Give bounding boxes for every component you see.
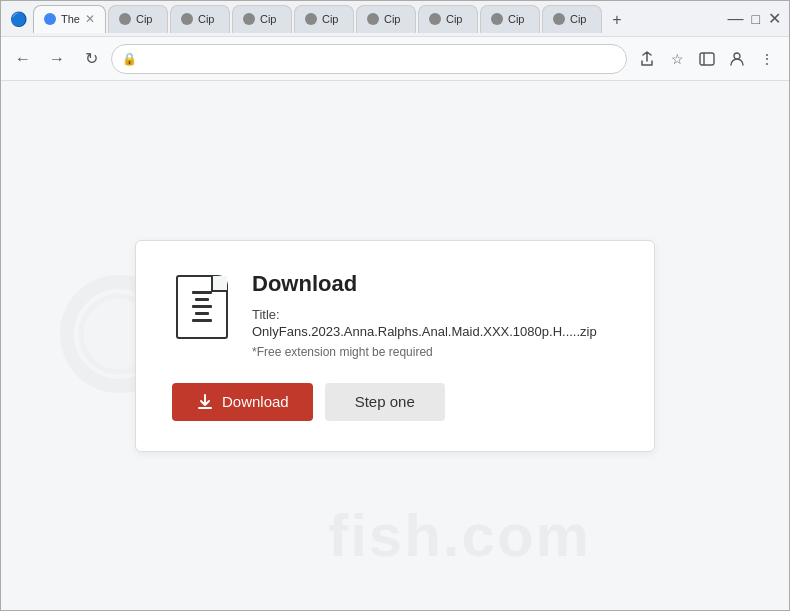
- sidebar-toggle-button[interactable]: [693, 45, 721, 73]
- tab-5[interactable]: Cip: [356, 5, 416, 33]
- minimize-button[interactable]: —: [728, 10, 744, 28]
- close-button[interactable]: ✕: [768, 9, 781, 28]
- page-content: fish.com Download: [1, 81, 789, 610]
- title-bar: 🔵 The ✕ Cip Cip Cip: [1, 1, 789, 37]
- nav-actions: ☆ ⋮: [633, 45, 781, 73]
- tab-6[interactable]: Cip: [418, 5, 478, 33]
- refresh-button[interactable]: ↻: [77, 45, 105, 73]
- zip-line-1: [192, 291, 212, 294]
- card-top: Download Title: OnlyFans.2023.Anna.Ralph…: [172, 271, 618, 359]
- tab-favicon-8: [553, 13, 565, 25]
- zip-line-4: [195, 312, 209, 315]
- title-bar-left: 🔵 The ✕ Cip Cip Cip: [9, 5, 728, 33]
- tab-2[interactable]: Cip: [170, 5, 230, 33]
- forward-button[interactable]: →: [43, 45, 71, 73]
- address-bar[interactable]: 🔒: [111, 44, 627, 74]
- svg-point-2: [734, 53, 740, 59]
- zip-lines: [192, 291, 212, 322]
- profile-button[interactable]: [723, 45, 751, 73]
- card-info: Download Title: OnlyFans.2023.Anna.Ralph…: [252, 271, 618, 359]
- tab-label-active: The: [61, 13, 80, 25]
- tab-label-7: Cip: [508, 13, 525, 25]
- window-controls: — □ ✕: [728, 9, 781, 28]
- card-note: *Free extension might be required: [252, 345, 618, 359]
- tab-favicon-5: [367, 13, 379, 25]
- share-button[interactable]: [633, 45, 661, 73]
- tab-label-5: Cip: [384, 13, 401, 25]
- bookmark-button[interactable]: ☆: [663, 45, 691, 73]
- step-button-label: Step one: [355, 393, 415, 410]
- browser-favicon: 🔵: [9, 10, 27, 28]
- zip-icon-wrap: [172, 271, 232, 343]
- navigation-bar: ← → ↻ 🔒 ☆: [1, 37, 789, 81]
- new-tab-button[interactable]: +: [604, 7, 630, 33]
- step-one-button[interactable]: Step one: [325, 383, 445, 421]
- tab-favicon-7: [491, 13, 503, 25]
- card-title-label: Title:: [252, 307, 618, 322]
- tab-label-2: Cip: [198, 13, 215, 25]
- download-card: Download Title: OnlyFans.2023.Anna.Ralph…: [135, 240, 655, 452]
- tab-label-3: Cip: [260, 13, 277, 25]
- tab-label-1: Cip: [136, 13, 153, 25]
- tab-4[interactable]: Cip: [294, 5, 354, 33]
- maximize-button[interactable]: □: [752, 11, 760, 27]
- zip-line-3: [192, 305, 212, 308]
- zip-line-5: [192, 319, 212, 322]
- tab-favicon-1: [119, 13, 131, 25]
- tab-7[interactable]: Cip: [480, 5, 540, 33]
- card-download-title: Download: [252, 271, 618, 297]
- zip-file-icon: [176, 275, 228, 339]
- tab-3[interactable]: Cip: [232, 5, 292, 33]
- tab-active[interactable]: The ✕: [33, 5, 106, 33]
- card-buttons: Download Step one: [172, 383, 618, 421]
- tab-label-8: Cip: [570, 13, 587, 25]
- back-button[interactable]: ←: [9, 45, 37, 73]
- download-button[interactable]: Download: [172, 383, 313, 421]
- zip-line-2: [195, 298, 209, 301]
- tab-label-4: Cip: [322, 13, 339, 25]
- download-icon: [196, 393, 214, 411]
- download-button-label: Download: [222, 393, 289, 410]
- svg-rect-0: [700, 53, 714, 65]
- tab-favicon-2: [181, 13, 193, 25]
- watermark-text: fish.com: [328, 501, 662, 570]
- tab-label-6: Cip: [446, 13, 463, 25]
- lock-icon: 🔒: [122, 52, 137, 66]
- tab-favicon-active: [44, 13, 56, 25]
- tab-favicon-4: [305, 13, 317, 25]
- tab-favicon-3: [243, 13, 255, 25]
- tab-8[interactable]: Cip: [542, 5, 602, 33]
- tab-close-active[interactable]: ✕: [85, 12, 95, 26]
- browser-window: 🔵 The ✕ Cip Cip Cip: [0, 0, 790, 611]
- tab-bar: The ✕ Cip Cip Cip Cip: [33, 5, 728, 33]
- card-filename: OnlyFans.2023.Anna.Ralphs.Anal.Maid.XXX.…: [252, 324, 618, 339]
- tab-1[interactable]: Cip: [108, 5, 168, 33]
- menu-button[interactable]: ⋮: [753, 45, 781, 73]
- tab-favicon-6: [429, 13, 441, 25]
